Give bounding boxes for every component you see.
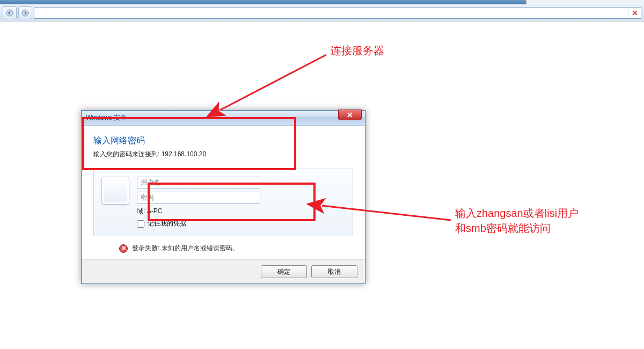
credentials-panel: 域: A-PC 记住我的凭据 bbox=[93, 169, 353, 236]
stop-icon[interactable]: ✕ bbox=[628, 8, 641, 18]
back-button[interactable] bbox=[3, 6, 17, 19]
password-field[interactable] bbox=[137, 192, 260, 203]
remember-checkbox[interactable] bbox=[137, 220, 144, 228]
dialog-subheading: 输入您的密码来连接到: 192.168.100.20 bbox=[93, 150, 353, 159]
error-text: 登录失败: 未知的用户名或错误密码。 bbox=[132, 244, 239, 253]
dialog-title: Windows 安全 bbox=[86, 113, 127, 122]
svg-point-0 bbox=[6, 10, 13, 16]
dialog-footer: 确定 取消 bbox=[82, 259, 365, 283]
cancel-button[interactable]: 取消 bbox=[311, 265, 357, 278]
svg-point-1 bbox=[22, 10, 28, 16]
address-bar[interactable]: ✕ bbox=[34, 7, 641, 19]
remember-label: 记住我的凭据 bbox=[148, 219, 186, 228]
error-icon: ✕ bbox=[119, 244, 128, 253]
dialog-titlebar: Windows 安全 bbox=[82, 111, 365, 126]
browser-navbar: ✕ bbox=[0, 4, 644, 21]
user-avatar-icon bbox=[101, 177, 129, 205]
svg-line-2 bbox=[220, 55, 326, 110]
remember-checkbox-row[interactable]: 记住我的凭据 bbox=[137, 219, 345, 228]
credentials-dialog: Windows 安全 输入网络密码 输入您的密码来连接到: 192.168.10… bbox=[81, 110, 365, 284]
close-button[interactable] bbox=[338, 110, 362, 120]
annotation-text-right: 输入zhangsan或者lisi用户 和smb密码就能访问 bbox=[455, 206, 579, 236]
dialog-heading: 输入网络密码 bbox=[93, 135, 353, 147]
username-field[interactable] bbox=[137, 177, 260, 188]
domain-label: 域: A-PC bbox=[137, 207, 345, 216]
forward-button[interactable] bbox=[18, 6, 32, 19]
annotation-text-top: 连接服务器 bbox=[331, 43, 384, 58]
window-titlebar-fragment bbox=[0, 0, 644, 4]
error-row: ✕ 登录失败: 未知的用户名或错误密码。 bbox=[93, 244, 353, 253]
ok-button[interactable]: 确定 bbox=[261, 265, 307, 278]
